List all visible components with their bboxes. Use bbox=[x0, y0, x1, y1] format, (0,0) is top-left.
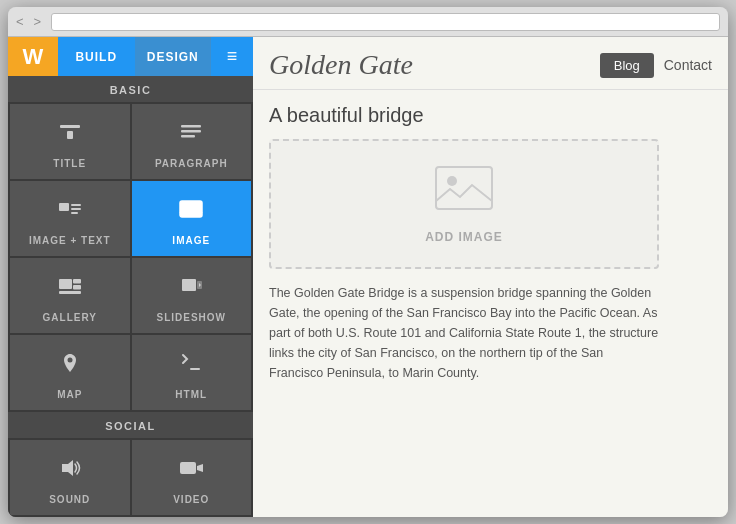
svg-rect-23 bbox=[436, 167, 492, 209]
video-icon bbox=[177, 454, 205, 488]
widget-gallery[interactable]: GALLERY bbox=[10, 258, 130, 333]
page-body-text: The Golden Gate Bridge is a suspension b… bbox=[269, 283, 659, 383]
widget-gallery-label: GALLERY bbox=[43, 312, 97, 323]
svg-marker-20 bbox=[62, 460, 73, 476]
tab-build[interactable]: BUILD bbox=[58, 37, 135, 76]
widget-slideshow[interactable]: SLIDESHOW bbox=[132, 258, 252, 333]
logo: W bbox=[8, 37, 58, 76]
html-icon bbox=[177, 349, 205, 383]
svg-point-19 bbox=[67, 358, 72, 363]
image-icon bbox=[177, 195, 205, 229]
site-title: Golden Gate bbox=[269, 49, 413, 81]
content-area: A beautiful bridge ADD IMAGE The Golden … bbox=[253, 90, 728, 517]
widget-slideshow-label: SLIDESHOW bbox=[156, 312, 226, 323]
browser-forward[interactable]: > bbox=[34, 14, 42, 29]
paragraph-icon bbox=[177, 118, 205, 152]
widget-sound-label: SOUND bbox=[49, 494, 90, 505]
section-basic-header: BASIC bbox=[8, 76, 253, 102]
svg-marker-22 bbox=[197, 464, 203, 472]
svg-rect-15 bbox=[59, 291, 81, 294]
widget-video-label: VIDEO bbox=[173, 494, 209, 505]
site-header: Golden Gate Blog Contact bbox=[253, 37, 728, 90]
widget-image[interactable]: IMAGE bbox=[132, 181, 252, 256]
page-heading: A beautiful bridge bbox=[269, 104, 712, 127]
svg-rect-0 bbox=[60, 125, 80, 128]
widget-paragraph[interactable]: PARAGRAPH bbox=[132, 104, 252, 179]
nav-contact-link[interactable]: Contact bbox=[664, 57, 712, 73]
svg-rect-1 bbox=[67, 131, 73, 139]
widget-sound[interactable]: SOUND bbox=[10, 440, 130, 515]
browser-url-bar[interactable] bbox=[51, 13, 720, 31]
widget-image-label: IMAGE bbox=[172, 235, 210, 246]
widget-grid-social: SOUND VIDEO bbox=[8, 438, 253, 517]
image-placeholder-icon bbox=[434, 165, 494, 224]
widget-image-text-label: IMAGE + TEXT bbox=[29, 235, 111, 246]
svg-rect-12 bbox=[59, 279, 72, 289]
gallery-icon bbox=[56, 272, 84, 306]
widget-map-label: MAP bbox=[57, 389, 82, 400]
svg-rect-6 bbox=[71, 204, 81, 206]
image-text-icon bbox=[56, 195, 84, 229]
svg-rect-7 bbox=[71, 208, 81, 210]
widget-paragraph-label: PARAGRAPH bbox=[155, 158, 228, 169]
svg-rect-4 bbox=[181, 135, 195, 138]
svg-rect-8 bbox=[71, 212, 78, 214]
top-bar: W BUILD DESIGN ≡ bbox=[8, 37, 253, 76]
svg-rect-2 bbox=[181, 125, 201, 128]
svg-rect-5 bbox=[59, 203, 69, 211]
widget-video[interactable]: VIDEO bbox=[132, 440, 252, 515]
image-placeholder[interactable]: ADD IMAGE bbox=[269, 139, 659, 269]
section-social-header: SOCIAL bbox=[8, 412, 253, 438]
title-icon bbox=[56, 118, 84, 152]
nav-tabs: BUILD DESIGN bbox=[58, 37, 211, 76]
widget-image-text[interactable]: IMAGE + TEXT bbox=[10, 181, 130, 256]
tab-design[interactable]: DESIGN bbox=[135, 37, 212, 76]
sound-icon bbox=[56, 454, 84, 488]
site-nav: Blog Contact bbox=[600, 53, 712, 78]
add-image-text: ADD IMAGE bbox=[425, 230, 503, 244]
map-icon bbox=[56, 349, 84, 383]
svg-rect-13 bbox=[73, 279, 81, 284]
widget-title[interactable]: TITLE bbox=[10, 104, 130, 179]
svg-rect-21 bbox=[180, 462, 196, 474]
widget-html[interactable]: HTML bbox=[132, 335, 252, 410]
browser-back[interactable]: < bbox=[16, 14, 24, 29]
browser-window: < > W BUILD DESIGN ≡ bbox=[8, 7, 728, 517]
svg-point-24 bbox=[447, 176, 457, 186]
svg-rect-3 bbox=[181, 130, 201, 133]
right-panel: Golden Gate Blog Contact A beautiful bri… bbox=[253, 37, 728, 517]
left-panel: W BUILD DESIGN ≡ BASIC bbox=[8, 37, 253, 517]
menu-button[interactable]: ≡ bbox=[211, 37, 253, 76]
widget-html-label: HTML bbox=[175, 389, 207, 400]
svg-rect-14 bbox=[73, 285, 81, 290]
browser-chrome: < > bbox=[8, 7, 728, 37]
widget-map[interactable]: MAP bbox=[10, 335, 130, 410]
svg-rect-16 bbox=[182, 279, 196, 291]
nav-blog-button[interactable]: Blog bbox=[600, 53, 654, 78]
slideshow-icon bbox=[177, 272, 205, 306]
widget-grid-basic: TITLE PARAGRAPH bbox=[8, 102, 253, 412]
app-body: W BUILD DESIGN ≡ BASIC bbox=[8, 37, 728, 517]
widget-title-label: TITLE bbox=[53, 158, 86, 169]
